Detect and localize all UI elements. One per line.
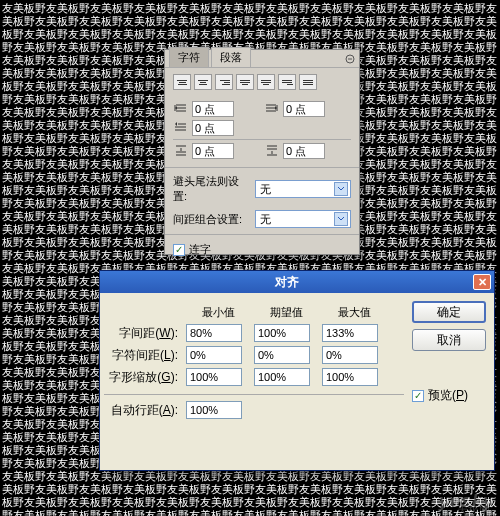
justify-last-left-button[interactable] xyxy=(236,74,254,90)
head-min: 最小值 xyxy=(186,305,250,320)
dialog-titlebar[interactable]: 对齐 ✕ xyxy=(100,271,494,293)
glyph-scaling-min-input[interactable] xyxy=(186,368,242,386)
dropdown-arrow-icon xyxy=(334,182,348,196)
close-icon: ✕ xyxy=(478,276,487,289)
word-spacing-desired-input[interactable] xyxy=(254,324,310,342)
panel-flyout-menu-icon[interactable] xyxy=(344,53,356,65)
head-desired: 期望值 xyxy=(254,305,318,320)
space-before-icon xyxy=(173,144,189,158)
head-max: 最大值 xyxy=(322,305,386,320)
cancel-button[interactable]: 取消 xyxy=(412,329,486,351)
align-left-button[interactable] xyxy=(173,74,191,90)
indent-right-icon xyxy=(264,102,280,116)
justification-dialog: 对齐 ✕ 最小值 期望值 最大值 字间距(W): 字符间距(L): xyxy=(99,270,495,471)
justify-last-center-button[interactable] xyxy=(257,74,275,90)
word-spacing-max-input[interactable] xyxy=(322,324,378,342)
align-center-button[interactable] xyxy=(194,74,212,90)
watermark-cn: 天极网 xyxy=(457,503,490,516)
indent-first-line-icon xyxy=(173,121,189,135)
hyphenate-label: 连字 xyxy=(189,242,211,257)
hyphenate-checkbox[interactable]: ✓ xyxy=(173,244,185,256)
kinsoku-label: 避头尾法则设置: xyxy=(173,174,251,204)
indent-first-line-input[interactable] xyxy=(192,120,234,136)
close-button[interactable]: ✕ xyxy=(473,274,491,290)
paragraph-panel: 字符 段落 xyxy=(164,49,360,255)
word-spacing-min-input[interactable] xyxy=(186,324,242,342)
justify-all-button[interactable] xyxy=(299,74,317,90)
tab-character[interactable]: 字符 xyxy=(169,47,209,67)
letter-spacing-desired-input[interactable] xyxy=(254,346,310,364)
indent-right-input[interactable] xyxy=(283,101,325,117)
kinsoku-dropdown[interactable]: 无 xyxy=(255,180,351,198)
align-right-button[interactable] xyxy=(215,74,233,90)
letter-spacing-min-input[interactable] xyxy=(186,346,242,364)
letter-spacing-label: 字符间距(L): xyxy=(104,347,182,364)
align-buttons-row xyxy=(165,68,359,96)
dialog-title: 对齐 xyxy=(100,274,473,291)
glyph-scaling-desired-input[interactable] xyxy=(254,368,310,386)
word-spacing-label: 字间距(W): xyxy=(104,325,182,342)
auto-leading-input[interactable] xyxy=(186,401,242,419)
tab-paragraph[interactable]: 段落 xyxy=(211,47,251,67)
mojikumi-dropdown[interactable]: 无 xyxy=(255,210,351,228)
glyph-scaling-max-input[interactable] xyxy=(322,368,378,386)
preview-label: 预览(P) xyxy=(428,387,468,404)
justify-last-right-button[interactable] xyxy=(278,74,296,90)
preview-checkbox[interactable]: ✓ xyxy=(412,390,424,402)
mojikumi-label: 间距组合设置: xyxy=(173,212,251,227)
space-after-input[interactable] xyxy=(283,143,325,159)
dropdown-arrow-icon xyxy=(334,212,348,226)
ok-button[interactable]: 确定 xyxy=(412,301,486,323)
panel-tabs: 字符 段落 xyxy=(165,50,359,68)
space-after-icon xyxy=(264,144,280,158)
indent-left-icon xyxy=(173,102,189,116)
space-before-input[interactable] xyxy=(192,143,234,159)
glyph-scaling-label: 字形缩放(G): xyxy=(104,369,182,386)
mojikumi-value: 无 xyxy=(260,212,271,227)
letter-spacing-max-input[interactable] xyxy=(322,346,378,364)
auto-leading-label: 自动行距(A): xyxy=(104,402,182,419)
indent-left-input[interactable] xyxy=(192,101,234,117)
kinsoku-value: 无 xyxy=(260,182,271,197)
